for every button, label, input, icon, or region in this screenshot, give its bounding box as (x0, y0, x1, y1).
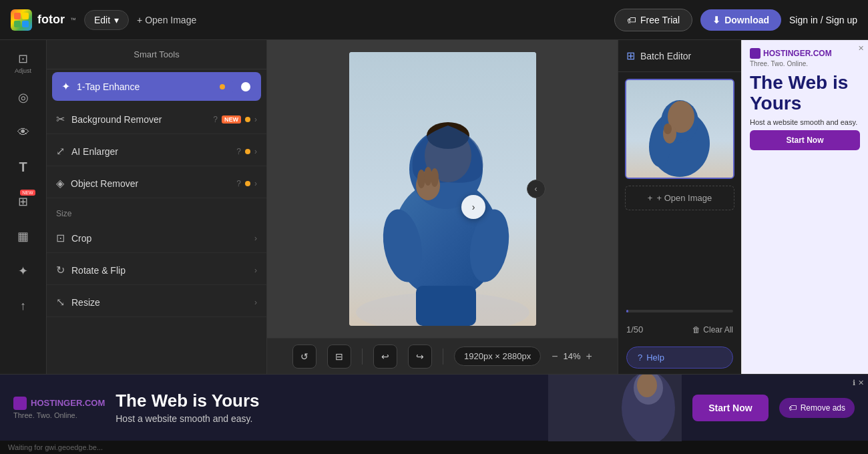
template-icon: ▦ (17, 229, 29, 244)
logo-text: fotor (37, 13, 65, 27)
tool-bg-remover[interactable]: ✂ Background Remover ? NEW › (47, 105, 266, 134)
next-arrow-button[interactable]: › (461, 195, 485, 219)
chevron-right-icon-3: › (254, 179, 257, 188)
ai-enlarger-dot (245, 149, 250, 154)
remove-ads-label: Remove ads (801, 403, 845, 413)
sidebar-item-adjust[interactable]: ⊡ Adjust (9, 48, 38, 77)
add-image-button[interactable]: + + Open Image (625, 186, 734, 210)
clear-all-button[interactable]: 🗑 Clear All (692, 325, 733, 334)
batch-editor-header[interactable]: ⊞ Batch Editor (618, 40, 741, 72)
ad-brand-area: HOSTINGER.COM (750, 48, 860, 59)
bottom-ad-tagline: Three. Two. Online. (13, 411, 105, 419)
help-label: Help (646, 353, 664, 363)
tool-ai-enlarger[interactable]: ⤢ AI Enlarger ? › (47, 137, 266, 166)
elements-icon: ⊞ (18, 194, 28, 209)
batch-image-preview (625, 79, 734, 179)
ad-image (548, 375, 682, 441)
chevron-down-icon: ▾ (114, 15, 119, 25)
size-section-label: Size (47, 200, 266, 222)
tool-obj-remover[interactable]: ◈ Object Remover ? › (47, 169, 266, 198)
new-badge: NEW (20, 190, 35, 196)
undo-time-button[interactable]: ↺ (292, 345, 316, 369)
bg-remover-icon: ✂ (56, 113, 65, 126)
svg-point-15 (431, 168, 439, 187)
open-image-button[interactable]: + Open Image (137, 15, 196, 25)
enhance-badges (220, 81, 252, 93)
help-button[interactable]: ? Help (626, 347, 733, 369)
sidebar-item-template[interactable]: ▦ (9, 222, 38, 251)
bottom-ad-content: The Web is Yours Host a website smooth a… (116, 391, 537, 424)
tools-panel: Smart Tools ✦ 1-Tap Enhance ✂ Background… (47, 40, 267, 374)
sidebar-item-eye[interactable]: 👁 (9, 118, 38, 147)
svg-rect-3 (22, 21, 29, 27)
obj-remover-name: Object Remover (71, 178, 230, 189)
sidebar-item-effects[interactable]: ◎ (9, 83, 38, 112)
download-button[interactable]: ⬇ Download (700, 9, 781, 31)
ad-person-svg (548, 375, 682, 441)
tool-enhance[interactable]: ✦ 1-Tap Enhance (52, 72, 261, 101)
batch-editor-icon: ⊞ (626, 49, 635, 62)
signin-link[interactable]: Sign in / Sign up (789, 15, 857, 25)
question-icon-3[interactable]: ? (236, 179, 241, 188)
question-icon[interactable]: ? (213, 115, 218, 124)
sidebar-item-text[interactable]: T (9, 152, 38, 182)
svg-point-23 (664, 124, 672, 134)
batch-editor-label: Batch Editor (640, 51, 691, 61)
ad-info-icon[interactable]: ℹ (853, 379, 855, 387)
edit-label: Edit (94, 15, 110, 25)
chevron-right-icon-6: › (254, 298, 257, 307)
svg-rect-2 (14, 21, 21, 27)
help-icon: ? (638, 353, 642, 363)
tool-resize[interactable]: ⤡ Resize › (47, 288, 266, 317)
heart-icon-2: 🏷 (789, 403, 797, 413)
bottom-ad-cta-button[interactable]: Start Now (692, 395, 768, 421)
sidebar-item-upload[interactable]: ↑ (9, 291, 38, 320)
enhance-name: 1-Tap Enhance (77, 81, 213, 92)
ai-icon: ✦ (18, 264, 28, 278)
hostinger-logo-area: HOSTINGER.COM (13, 397, 105, 410)
tools-header: Smart Tools (47, 40, 266, 69)
ad-close-button[interactable]: ✕ (858, 379, 864, 387)
undo-button[interactable]: ↩ (373, 345, 397, 369)
batch-preview-svg (626, 80, 734, 179)
question-icon-2[interactable]: ? (236, 147, 241, 156)
right-panel: ⊞ Batch Editor (618, 40, 741, 374)
bg-remover-dot (245, 117, 250, 122)
person-svg (349, 52, 536, 326)
compare-button[interactable]: ⊟ (327, 345, 351, 369)
chevron-right-icon: › (254, 115, 257, 124)
ad-start-button[interactable]: Start Now (750, 130, 860, 150)
status-bar: Waiting for gwi.geoedge.be... (0, 441, 868, 454)
collapse-panel-button[interactable]: ‹ (527, 180, 546, 198)
download-icon: ⬇ (712, 15, 720, 25)
canvas-image (349, 52, 536, 326)
zoom-out-button[interactable]: − (552, 351, 558, 363)
download-label: Download (724, 15, 769, 25)
ad-tagline: Three. Two. Online. (750, 60, 860, 67)
zoom-in-button[interactable]: + (586, 351, 592, 363)
tool-crop[interactable]: ⊡ Crop › (47, 224, 266, 253)
clear-all-label: Clear All (703, 325, 733, 334)
crop-name: Crop (71, 233, 248, 244)
resize-name: Resize (71, 297, 248, 308)
remove-ads-button[interactable]: 🏷 Remove ads (779, 398, 855, 418)
canvas-wrapper: ‹ (349, 52, 536, 326)
batch-footer: 1/50 🗑 Clear All (618, 324, 741, 341)
bottom-ad-desc: Host a website smooth and easy. (116, 413, 537, 424)
tool-rotate[interactable]: ↻ Rotate & Flip › (47, 256, 266, 285)
adjust-icon: ⊡ (18, 51, 28, 66)
ad-close-x[interactable]: ✕ (858, 44, 864, 53)
sidebar-item-elements[interactable]: NEW ⊞ (9, 187, 38, 216)
free-trial-button[interactable]: 🏷 Free Trial (614, 9, 692, 31)
open-image-label: + Open Image (137, 15, 196, 25)
logo-sup: ™ (70, 17, 76, 23)
chevron-right-icon-2: › (254, 147, 257, 156)
ai-enlarger-icon: ⤢ (56, 145, 65, 158)
redo-button[interactable]: ↪ (408, 345, 432, 369)
heart-icon: 🏷 (627, 15, 636, 25)
sidebar-item-ai[interactable]: ✦ (9, 256, 38, 286)
enhance-toggle[interactable] (229, 81, 252, 93)
edit-button[interactable]: Edit ▾ (84, 10, 129, 30)
svg-point-13 (417, 170, 425, 188)
add-image-label: + Open Image (656, 193, 712, 203)
